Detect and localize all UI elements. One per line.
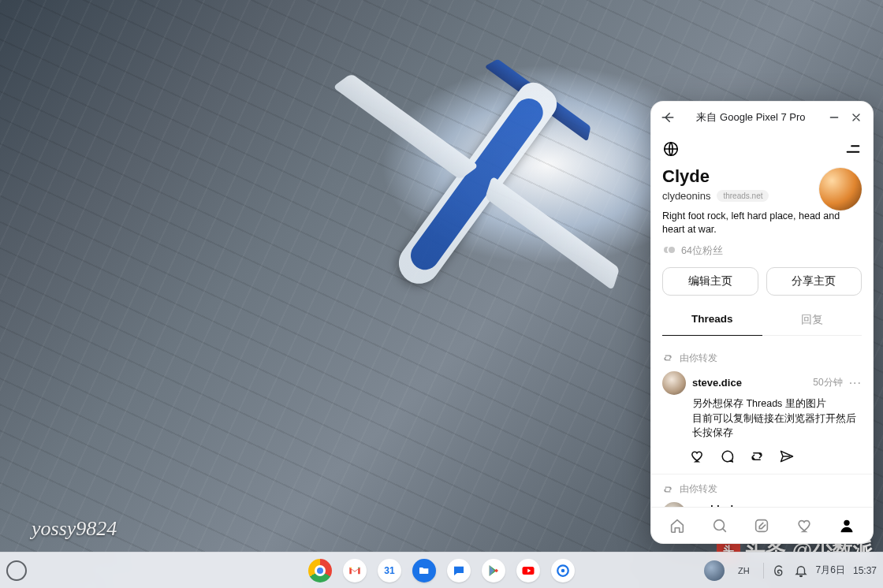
profile-tabs: Threads 回复	[662, 305, 862, 336]
tab-replies[interactable]: 回复	[762, 305, 863, 336]
shelf-messages-icon[interactable]	[447, 559, 471, 582]
wallpaper-plane	[279, 0, 666, 373]
tray-notification-icon[interactable]	[794, 564, 808, 578]
shelf-calendar-icon[interactable]: 31	[378, 559, 401, 582]
followers-row[interactable]: 64位粉丝	[662, 244, 862, 258]
tray-threads-icon[interactable]	[772, 564, 786, 578]
nav-compose-icon[interactable]	[753, 517, 770, 534]
svg-rect-2	[756, 519, 768, 531]
minimize-button[interactable]	[825, 109, 843, 126]
profile-handle: clydeonins	[662, 190, 710, 202]
post-body: 另外想保存 Threads 里的图片 目前可以复制链接在浏览器打开然后长按保存	[692, 396, 862, 441]
shelf-app-icon[interactable]	[551, 559, 575, 582]
window-titlebar: 来自 Google Pixel 7 Pro	[651, 102, 873, 133]
shelf-gmail-icon[interactable]	[343, 559, 367, 582]
profile-bio: Right foot rock, left hard place, head a…	[662, 210, 862, 236]
post[interactable]: steve.dice 50分钟 ··· 另外想保存 Threads 里的图片 目…	[651, 368, 873, 474]
profile-section: Clyde clydeonins threads.net Right foot …	[651, 165, 873, 344]
svg-point-3	[844, 519, 849, 525]
back-button[interactable]	[659, 109, 676, 126]
shelf-playstore-icon[interactable]	[482, 559, 505, 582]
tray-separator	[763, 563, 764, 579]
repost-indicator: 由你转发	[651, 474, 873, 499]
threads-app-bar	[651, 133, 873, 165]
tray-ime-indicator[interactable]: ZH	[732, 564, 755, 578]
repost-icon	[662, 484, 673, 495]
svg-point-6	[561, 568, 565, 572]
nav-home-icon[interactable]	[669, 517, 686, 534]
post-time: 50分钟	[813, 376, 842, 389]
post-avatar[interactable]	[662, 371, 686, 395]
globe-icon[interactable]	[662, 140, 680, 158]
menu-icon[interactable]	[844, 140, 862, 158]
post-username[interactable]: steve.dice	[692, 377, 742, 389]
post-more-button[interactable]: ···	[849, 380, 862, 386]
followers-count: 64位粉丝	[681, 244, 723, 258]
threads-domain-chip[interactable]: threads.net	[717, 190, 769, 202]
repost-icon	[662, 352, 673, 363]
repost-label: 由你转发	[680, 482, 717, 496]
repost-indicator: 由你转发	[651, 344, 873, 368]
comment-icon[interactable]	[719, 448, 735, 464]
close-button[interactable]	[848, 109, 865, 126]
arrow-left-icon	[661, 110, 675, 125]
calendar-day-label: 31	[384, 565, 394, 576]
window-title: 来自 Google Pixel 7 Pro	[681, 110, 821, 125]
post[interactable]: maddzak 4小时 ··· This is the coolest Tesl…	[651, 499, 873, 507]
tab-threads[interactable]: Threads	[662, 305, 762, 336]
profile-avatar[interactable]	[819, 168, 862, 210]
followers-avatars-icon	[662, 245, 676, 256]
threads-bottom-nav	[651, 507, 873, 543]
shelf-files-icon[interactable]	[412, 559, 436, 582]
shelf-chrome-icon[interactable]	[308, 559, 332, 582]
post-actions	[689, 448, 862, 464]
nav-activity-icon[interactable]	[795, 517, 813, 534]
like-icon[interactable]	[689, 448, 705, 464]
chromeos-shelf: 31 ZH 7月6日 15:37	[0, 552, 883, 588]
edit-profile-button[interactable]: 编辑主页	[662, 267, 758, 296]
launcher-button[interactable]	[6, 560, 27, 581]
tray-profile-avatar[interactable]	[704, 560, 725, 581]
shelf-youtube-icon[interactable]	[516, 559, 540, 582]
share-profile-button[interactable]: 分享主页	[766, 267, 863, 296]
minimize-icon	[828, 111, 840, 124]
repost-action-icon[interactable]	[749, 448, 765, 464]
nav-profile-icon[interactable]	[838, 517, 855, 534]
wallpaper-credit: yossy9824	[32, 517, 117, 541]
pixel-phone-window: 来自 Google Pixel 7 Pro Clyde clydeonins t…	[650, 101, 874, 544]
nav-search-icon[interactable]	[711, 517, 728, 534]
close-icon	[850, 111, 863, 124]
share-icon[interactable]	[779, 448, 795, 464]
tray-time[interactable]: 15:37	[853, 565, 877, 576]
tray-date[interactable]: 7月6日	[816, 564, 845, 577]
feed: 由你转发 steve.dice 50分钟 ··· 另外想保存 Threads 里…	[651, 344, 873, 507]
repost-label: 由你转发	[680, 352, 717, 365]
